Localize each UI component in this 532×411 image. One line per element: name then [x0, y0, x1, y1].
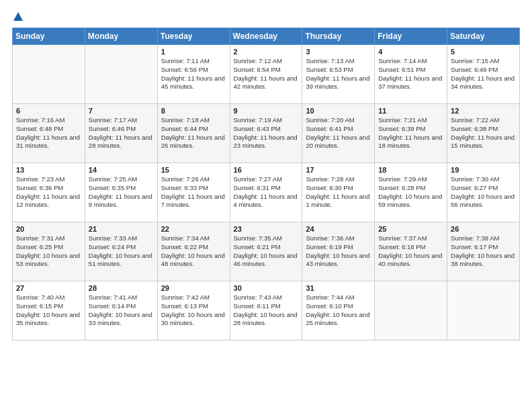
- logo-triangle-icon: [13, 12, 23, 21]
- calendar-cell: 28Sunrise: 7:41 AMSunset: 6:14 PMDayligh…: [85, 281, 157, 340]
- day-number: 22: [161, 225, 226, 233]
- calendar-cell: 10Sunrise: 7:20 AMSunset: 6:41 PMDayligh…: [302, 104, 375, 163]
- weekday-header-row: SundayMondayTuesdayWednesdayThursdayFrid…: [13, 28, 520, 45]
- weekday-header-saturday: Saturday: [447, 28, 520, 45]
- day-info: Sunrise: 7:44 AMSunset: 6:10 PMDaylight:…: [306, 293, 371, 328]
- calendar-cell: [375, 281, 447, 340]
- weekday-header-friday: Friday: [375, 28, 447, 45]
- calendar-cell: 18Sunrise: 7:29 AMSunset: 6:28 PMDayligh…: [375, 163, 447, 222]
- calendar-cell: 21Sunrise: 7:33 AMSunset: 6:24 PMDayligh…: [85, 222, 157, 281]
- day-info: Sunrise: 7:26 AMSunset: 6:33 PMDaylight:…: [161, 175, 226, 210]
- day-info: Sunrise: 7:40 AMSunset: 6:15 PMDaylight:…: [16, 293, 81, 328]
- day-info: Sunrise: 7:22 AMSunset: 6:38 PMDaylight:…: [451, 116, 516, 150]
- calendar-cell: [447, 281, 520, 340]
- week-row-2: 13Sunrise: 7:23 AMSunset: 6:36 PMDayligh…: [13, 163, 520, 222]
- calendar-cell: 7Sunrise: 7:17 AMSunset: 6:46 PMDaylight…: [85, 104, 157, 163]
- calendar-cell: 22Sunrise: 7:34 AMSunset: 6:22 PMDayligh…: [157, 222, 230, 281]
- day-info: Sunrise: 7:28 AMSunset: 6:30 PMDaylight:…: [306, 175, 371, 210]
- day-number: 29: [161, 284, 226, 292]
- weekday-header-wednesday: Wednesday: [230, 28, 302, 45]
- day-info: Sunrise: 7:29 AMSunset: 6:28 PMDaylight:…: [378, 175, 443, 210]
- calendar-cell: [13, 45, 85, 104]
- day-info: Sunrise: 7:17 AMSunset: 6:46 PMDaylight:…: [89, 116, 154, 150]
- weekday-header-sunday: Sunday: [13, 28, 85, 45]
- header: [12, 12, 520, 21]
- day-info: Sunrise: 7:33 AMSunset: 6:24 PMDaylight:…: [89, 234, 154, 269]
- calendar-cell: 17Sunrise: 7:28 AMSunset: 6:30 PMDayligh…: [302, 163, 375, 222]
- week-row-1: 6Sunrise: 7:16 AMSunset: 6:48 PMDaylight…: [13, 104, 520, 163]
- day-number: 20: [16, 225, 81, 233]
- week-row-0: 1Sunrise: 7:11 AMSunset: 6:56 PMDaylight…: [13, 45, 520, 104]
- day-info: Sunrise: 7:42 AMSunset: 6:13 PMDaylight:…: [161, 293, 226, 328]
- day-number: 25: [378, 225, 443, 233]
- calendar-cell: 9Sunrise: 7:19 AMSunset: 6:43 PMDaylight…: [230, 104, 302, 163]
- calendar-cell: 15Sunrise: 7:26 AMSunset: 6:33 PMDayligh…: [157, 163, 230, 222]
- day-info: Sunrise: 7:20 AMSunset: 6:41 PMDaylight:…: [306, 116, 371, 150]
- day-number: 15: [161, 166, 226, 174]
- calendar-cell: 26Sunrise: 7:38 AMSunset: 6:17 PMDayligh…: [447, 222, 520, 281]
- calendar-cell: 6Sunrise: 7:16 AMSunset: 6:48 PMDaylight…: [13, 104, 85, 163]
- calendar-cell: 1Sunrise: 7:11 AMSunset: 6:56 PMDaylight…: [157, 45, 230, 104]
- day-info: Sunrise: 7:14 AMSunset: 6:51 PMDaylight:…: [378, 57, 443, 91]
- calendar-cell: 30Sunrise: 7:43 AMSunset: 6:11 PMDayligh…: [230, 281, 302, 340]
- day-number: 4: [378, 48, 443, 56]
- week-row-3: 20Sunrise: 7:31 AMSunset: 6:25 PMDayligh…: [13, 222, 520, 281]
- day-info: Sunrise: 7:30 AMSunset: 6:27 PMDaylight:…: [451, 175, 516, 210]
- calendar-cell: 20Sunrise: 7:31 AMSunset: 6:25 PMDayligh…: [13, 222, 85, 281]
- calendar-cell: 8Sunrise: 7:18 AMSunset: 6:44 PMDaylight…: [157, 104, 230, 163]
- calendar-body: 1Sunrise: 7:11 AMSunset: 6:56 PMDaylight…: [13, 45, 520, 340]
- day-info: Sunrise: 7:35 AMSunset: 6:21 PMDaylight:…: [234, 234, 299, 269]
- calendar-cell: 19Sunrise: 7:30 AMSunset: 6:27 PMDayligh…: [447, 163, 520, 222]
- day-info: Sunrise: 7:21 AMSunset: 6:39 PMDaylight:…: [378, 116, 443, 150]
- calendar-cell: [85, 45, 157, 104]
- day-number: 21: [89, 225, 154, 233]
- calendar-cell: 11Sunrise: 7:21 AMSunset: 6:39 PMDayligh…: [375, 104, 447, 163]
- day-number: 31: [306, 284, 371, 292]
- day-info: Sunrise: 7:18 AMSunset: 6:44 PMDaylight:…: [161, 116, 226, 150]
- calendar-cell: 24Sunrise: 7:36 AMSunset: 6:19 PMDayligh…: [302, 222, 375, 281]
- calendar: SundayMondayTuesdayWednesdayThursdayFrid…: [12, 28, 520, 340]
- day-info: Sunrise: 7:25 AMSunset: 6:35 PMDaylight:…: [89, 175, 154, 210]
- day-info: Sunrise: 7:13 AMSunset: 6:53 PMDaylight:…: [306, 57, 371, 91]
- week-row-4: 27Sunrise: 7:40 AMSunset: 6:15 PMDayligh…: [13, 281, 520, 340]
- day-info: Sunrise: 7:31 AMSunset: 6:25 PMDaylight:…: [16, 234, 81, 269]
- day-number: 2: [234, 48, 299, 56]
- day-number: 3: [306, 48, 371, 56]
- day-info: Sunrise: 7:43 AMSunset: 6:11 PMDaylight:…: [234, 293, 299, 328]
- calendar-cell: 14Sunrise: 7:25 AMSunset: 6:35 PMDayligh…: [85, 163, 157, 222]
- day-number: 28: [89, 284, 154, 292]
- day-number: 16: [234, 166, 299, 174]
- day-number: 12: [451, 107, 516, 115]
- day-number: 26: [451, 225, 516, 233]
- day-info: Sunrise: 7:27 AMSunset: 6:31 PMDaylight:…: [234, 175, 299, 210]
- day-info: Sunrise: 7:12 AMSunset: 6:54 PMDaylight:…: [234, 57, 299, 91]
- day-info: Sunrise: 7:38 AMSunset: 6:17 PMDaylight:…: [451, 234, 516, 269]
- day-info: Sunrise: 7:37 AMSunset: 6:18 PMDaylight:…: [378, 234, 443, 269]
- day-number: 14: [89, 166, 154, 174]
- day-number: 8: [161, 107, 226, 115]
- day-number: 27: [16, 284, 81, 292]
- logo: [12, 12, 24, 21]
- day-number: 24: [306, 225, 371, 233]
- day-number: 17: [306, 166, 371, 174]
- day-number: 11: [378, 107, 443, 115]
- page: SundayMondayTuesdayWednesdayThursdayFrid…: [0, 0, 532, 411]
- calendar-cell: 16Sunrise: 7:27 AMSunset: 6:31 PMDayligh…: [230, 163, 302, 222]
- day-info: Sunrise: 7:15 AMSunset: 6:49 PMDaylight:…: [451, 57, 516, 91]
- day-info: Sunrise: 7:11 AMSunset: 6:56 PMDaylight:…: [161, 57, 226, 91]
- calendar-cell: 31Sunrise: 7:44 AMSunset: 6:10 PMDayligh…: [302, 281, 375, 340]
- day-number: 10: [306, 107, 371, 115]
- calendar-cell: 29Sunrise: 7:42 AMSunset: 6:13 PMDayligh…: [157, 281, 230, 340]
- calendar-cell: 3Sunrise: 7:13 AMSunset: 6:53 PMDaylight…: [302, 45, 375, 104]
- calendar-cell: 12Sunrise: 7:22 AMSunset: 6:38 PMDayligh…: [447, 104, 520, 163]
- day-info: Sunrise: 7:16 AMSunset: 6:48 PMDaylight:…: [16, 116, 81, 150]
- weekday-header-monday: Monday: [85, 28, 157, 45]
- day-info: Sunrise: 7:41 AMSunset: 6:14 PMDaylight:…: [89, 293, 154, 328]
- day-info: Sunrise: 7:23 AMSunset: 6:36 PMDaylight:…: [16, 175, 81, 210]
- day-info: Sunrise: 7:34 AMSunset: 6:22 PMDaylight:…: [161, 234, 226, 269]
- day-number: 19: [451, 166, 516, 174]
- day-number: 18: [378, 166, 443, 174]
- day-info: Sunrise: 7:19 AMSunset: 6:43 PMDaylight:…: [234, 116, 299, 150]
- calendar-cell: 23Sunrise: 7:35 AMSunset: 6:21 PMDayligh…: [230, 222, 302, 281]
- calendar-cell: 25Sunrise: 7:37 AMSunset: 6:18 PMDayligh…: [375, 222, 447, 281]
